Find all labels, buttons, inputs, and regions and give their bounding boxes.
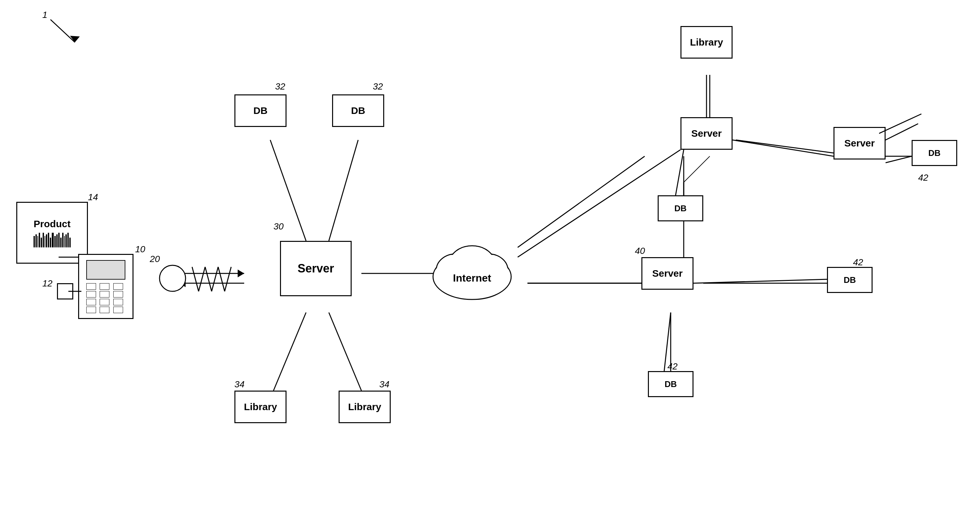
svg-marker-1 bbox=[70, 36, 80, 42]
svg-line-39 bbox=[518, 150, 681, 257]
server-far-right-node: Server bbox=[834, 127, 886, 159]
server-top-right-label: Server bbox=[691, 128, 721, 139]
svg-line-28 bbox=[684, 156, 710, 182]
library2-label: Library bbox=[348, 401, 381, 413]
main-server-label: Server bbox=[298, 262, 334, 275]
network-node-id: 20 bbox=[150, 254, 160, 264]
svg-line-11 bbox=[225, 267, 231, 291]
db1-label: DB bbox=[253, 105, 267, 116]
server-far-right-label: Server bbox=[844, 138, 875, 149]
svg-point-12 bbox=[159, 265, 186, 291]
svg-line-18 bbox=[518, 156, 645, 248]
library-top-label: Library bbox=[690, 37, 723, 48]
svg-line-22 bbox=[736, 140, 834, 153]
library-top-node: Library bbox=[681, 26, 733, 59]
server-top-right-node: Server bbox=[681, 117, 733, 150]
svg-marker-3 bbox=[238, 270, 244, 277]
product-id: 14 bbox=[88, 192, 98, 202]
svg-text:Internet: Internet bbox=[453, 272, 491, 284]
server-mid-right-label: Server bbox=[652, 268, 682, 279]
svg-line-44 bbox=[886, 156, 912, 163]
figure-number: 1 bbox=[42, 10, 48, 20]
cable-id: 12 bbox=[42, 278, 52, 289]
db-far-right-label: DB bbox=[928, 148, 940, 158]
db-mid-right-id: 42 bbox=[853, 257, 863, 268]
diagram-container: 1 Product 14 bbox=[0, 0, 980, 513]
db2-node: DB bbox=[332, 94, 384, 127]
db-far-right-node: DB bbox=[912, 140, 957, 166]
scanner-id: 10 bbox=[135, 244, 145, 254]
svg-line-17 bbox=[329, 313, 361, 391]
main-server: Server bbox=[280, 241, 352, 296]
svg-line-10 bbox=[218, 267, 225, 291]
svg-line-45 bbox=[694, 279, 827, 283]
db2-id: 32 bbox=[373, 81, 383, 92]
db-top-right-node: DB bbox=[658, 195, 703, 221]
library1-label: Library bbox=[244, 401, 277, 413]
barcode bbox=[33, 233, 71, 248]
svg-line-43 bbox=[733, 140, 834, 156]
product-node: Product bbox=[16, 202, 88, 264]
scanner-keys bbox=[86, 283, 125, 313]
svg-line-42 bbox=[676, 150, 684, 195]
svg-line-7 bbox=[199, 267, 205, 291]
server-mid-right-node: Server bbox=[641, 257, 694, 290]
svg-line-16 bbox=[274, 313, 306, 391]
library1-node: Library bbox=[234, 391, 286, 423]
svg-line-9 bbox=[212, 267, 218, 291]
db-mid-right-label: DB bbox=[843, 275, 856, 285]
scanner-node bbox=[78, 254, 134, 319]
svg-line-14 bbox=[329, 140, 358, 241]
db-mid-right-node: DB bbox=[827, 267, 873, 293]
db1-id: 32 bbox=[275, 81, 285, 92]
db-far-right-id: 42 bbox=[918, 173, 928, 183]
scanner-cable bbox=[57, 283, 73, 299]
library2-id: 34 bbox=[379, 379, 390, 390]
db-top-right-label: DB bbox=[674, 203, 687, 214]
svg-line-8 bbox=[205, 267, 212, 291]
library1-id: 34 bbox=[234, 379, 245, 390]
svg-line-0 bbox=[51, 19, 75, 42]
db1-node: DB bbox=[234, 94, 286, 127]
library2-node: Library bbox=[339, 391, 391, 423]
db-lower-right-id: 42 bbox=[667, 361, 678, 372]
scanner-screen bbox=[86, 260, 125, 280]
svg-line-6 bbox=[192, 267, 199, 291]
svg-marker-5 bbox=[179, 279, 186, 287]
product-label: Product bbox=[33, 218, 70, 229]
db-lower-right-label: DB bbox=[665, 379, 677, 389]
db-lower-right-node: DB bbox=[648, 371, 694, 397]
server-mid-right-id: 40 bbox=[635, 246, 645, 256]
db2-label: DB bbox=[351, 105, 365, 116]
main-server-id: 30 bbox=[274, 221, 283, 232]
internet-node: Internet bbox=[426, 234, 518, 307]
